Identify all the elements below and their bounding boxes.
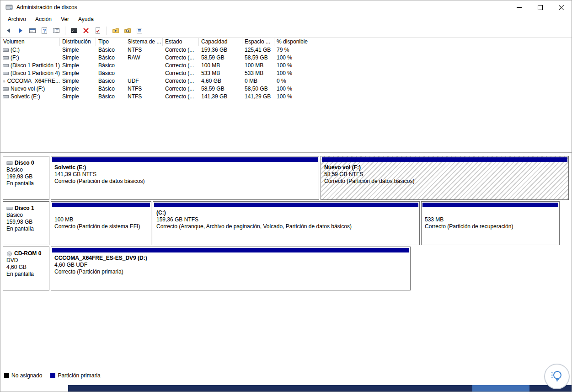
- column-header-volumen[interactable]: Volumen: [1, 38, 60, 46]
- menu-ver[interactable]: Ver: [56, 15, 74, 24]
- taskbar-segment: [0, 385, 68, 392]
- partition-status: Correcto (Partición de datos básicos): [54, 178, 319, 185]
- cell-espacio: 0 MB: [242, 77, 274, 85]
- disk-info-panel[interactable]: Disco 1 Básico 159,98 GB En pantalla: [3, 201, 49, 245]
- column-header-capacidad[interactable]: Capacidad: [199, 38, 242, 46]
- app-icon: [5, 4, 13, 11]
- cell-estado: Correcto (...: [163, 62, 199, 70]
- column-header-distribucion[interactable]: Distribución: [60, 38, 96, 46]
- cell-distribucion: Simple: [60, 70, 96, 77]
- column-header-estado[interactable]: Estado: [163, 38, 199, 46]
- disk-type: DVD: [6, 257, 49, 264]
- volume-name: Nuevo vol (F:): [11, 85, 45, 93]
- partition-name: [54, 209, 151, 216]
- disk-status: En pantalla: [6, 271, 49, 278]
- minimize-button[interactable]: [508, 0, 529, 14]
- table-row[interactable]: CCCOMA_X64FRE... Simple Básico UDF Corre…: [1, 77, 571, 85]
- disk-info-panel[interactable]: Disco 0 Básico 199,98 GB En pantalla: [3, 156, 49, 200]
- menu-archivo[interactable]: Archivo: [3, 15, 31, 24]
- minimize-icon: [517, 5, 522, 10]
- delete-volume-icon[interactable]: [81, 26, 91, 35]
- partition-color-strip: [154, 203, 418, 207]
- legend-item-no-asignado: No asignado: [4, 372, 42, 379]
- volume-name: Solvetic (E:): [11, 93, 40, 101]
- forward-icon[interactable]: [16, 26, 25, 35]
- table-row[interactable]: (C:) Simple Básico NTFS Correcto (... 15…: [1, 46, 571, 54]
- table-row[interactable]: (F:) Simple Básico RAW Correcto (... 58,…: [1, 54, 571, 62]
- partition-block[interactable]: Nuevo vol (F:) 58,59 GB NTFS Correcto (P…: [321, 156, 569, 200]
- maximize-icon: [538, 5, 543, 10]
- cell-espacio: 58,50 GB: [242, 85, 274, 93]
- cell-estado: Correcto (...: [163, 77, 199, 85]
- column-header-espacio[interactable]: Espacio ...: [242, 38, 274, 46]
- disk-status: En pantalla: [6, 180, 49, 187]
- cell-tipo: Básico: [96, 62, 125, 70]
- menu-accion[interactable]: Acción: [31, 15, 56, 24]
- partition-size: 4,60 GB UDF: [54, 262, 410, 268]
- cell-estado: Correcto (...: [163, 70, 199, 77]
- disk-info-panel[interactable]: CD-ROM 0 DVD 4,60 GB En pantalla: [3, 247, 49, 290]
- volume-name: (F:): [11, 54, 19, 62]
- cell-capacidad: 159,36 GB: [199, 46, 242, 54]
- partition-color-strip: [322, 157, 567, 162]
- svg-text:?: ?: [43, 28, 46, 33]
- show-console-icon[interactable]: [69, 26, 79, 35]
- partition-block[interactable]: 533 MB Correcto (Partición de recuperaci…: [421, 201, 560, 245]
- help-bubble-button[interactable]: [544, 364, 570, 389]
- cell-tipo: Básico: [96, 70, 125, 77]
- partition-name: Solvetic (E:): [54, 164, 319, 171]
- check-document-icon[interactable]: [93, 26, 102, 35]
- disk-size: 4,60 GB: [6, 264, 49, 271]
- cd-icon: [3, 79, 5, 84]
- partition-size: 141,39 GB NTFS: [54, 171, 319, 178]
- table-row[interactable]: (Disco 1 Partición 4) Simple Básico Corr…: [1, 70, 571, 77]
- cell-espacio: 58,59 GB: [242, 54, 274, 62]
- column-header-sistema[interactable]: Sistema de ...: [125, 38, 163, 46]
- partition-block[interactable]: (C:) 159,36 GB NTFS Correcto (Arranque, …: [153, 201, 420, 245]
- partition-status: Correcto (Arranque, Archivo de paginació…: [156, 223, 419, 230]
- cell-disponible: 100 %: [274, 54, 318, 62]
- partition-block[interactable]: Solvetic (E:) 141,39 GB NTFS Correcto (P…: [51, 156, 319, 200]
- close-button[interactable]: [551, 0, 572, 14]
- help-icon[interactable]: ?: [40, 26, 49, 35]
- disk-name: Disco 0: [15, 160, 34, 166]
- table-row[interactable]: Nuevo vol (F:) Simple Básico NTFS Correc…: [1, 85, 571, 93]
- folder-up-icon[interactable]: [111, 26, 120, 35]
- maximize-button[interactable]: [529, 0, 551, 14]
- table-row[interactable]: Solvetic (E:) Simple Básico NTFS Correct…: [1, 93, 571, 101]
- disk-size: 159,98 GB: [6, 219, 49, 226]
- volume-name: (C:): [11, 46, 20, 54]
- column-header-disponible[interactable]: % disponible: [274, 38, 318, 46]
- toolbar-separator: [107, 27, 107, 35]
- column-header-tipo[interactable]: Tipo: [96, 38, 125, 46]
- partition-status: Correcto (Partición primaria): [54, 268, 410, 275]
- console-window-icon[interactable]: [28, 26, 37, 35]
- table-row[interactable]: (Disco 1 Partición 1) Simple Básico Corr…: [1, 62, 571, 70]
- partition-size: 100 MB: [54, 216, 151, 223]
- drive-icon: [3, 71, 9, 76]
- partition-name: Nuevo vol (F:): [324, 164, 568, 171]
- back-icon[interactable]: [4, 26, 13, 35]
- toolbar: ?: [0, 24, 572, 38]
- drive-icon: [6, 206, 13, 211]
- drive-icon: [3, 63, 9, 68]
- partition-block[interactable]: CCCOMA_X64FRE_ES-ES_DV9 (D:) 4,60 GB UDF…: [51, 247, 411, 290]
- volume-list: Volumen Distribución Tipo Sistema de ...…: [1, 38, 571, 152]
- menu-ayuda[interactable]: Ayuda: [74, 15, 98, 24]
- cell-estado: Correcto (...: [163, 85, 199, 93]
- cell-distribucion: Simple: [60, 93, 96, 101]
- console-tree-icon[interactable]: [52, 26, 61, 35]
- legend-swatch-black: [4, 373, 9, 378]
- partition-status: Correcto (Partición de recuperación): [425, 223, 559, 230]
- partition-block[interactable]: 100 MB Correcto (Partición de sistema EF…: [51, 201, 151, 245]
- search-folder-icon[interactable]: [123, 26, 132, 35]
- cell-sistema: NTFS: [125, 85, 163, 93]
- cell-distribucion: Simple: [60, 62, 96, 70]
- partition-name: (C:): [156, 209, 419, 216]
- title-bar: Administración de discos: [0, 0, 572, 14]
- cell-estado: Correcto (...: [163, 54, 199, 62]
- disk-management-window: Administración de discos Archivo Acción …: [0, 0, 572, 392]
- window-title: Administración de discos: [16, 4, 77, 11]
- cell-disponible: 100 %: [274, 93, 318, 101]
- properties-list-icon[interactable]: [135, 26, 144, 35]
